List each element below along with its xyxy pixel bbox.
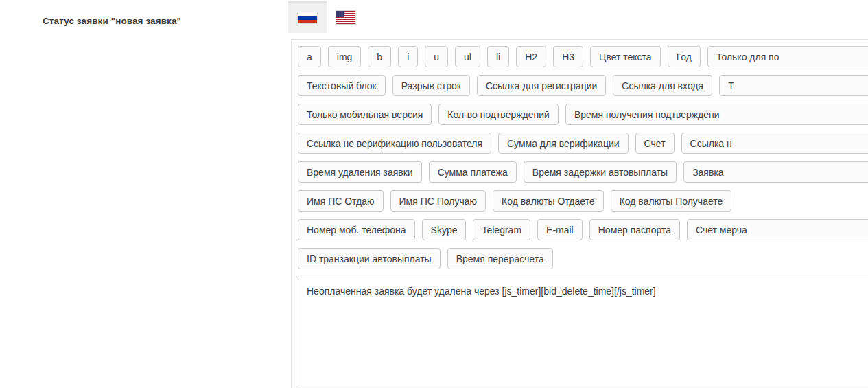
tag-button-row: Только мобильная версия Кол-во подтвержд… bbox=[298, 104, 868, 125]
tag-button[interactable]: Имя ПС Получаю bbox=[390, 190, 486, 212]
tag-button[interactable]: Цвет текста bbox=[590, 46, 661, 67]
tab-language-russian[interactable] bbox=[288, 1, 327, 33]
tag-button[interactable]: H2 bbox=[516, 46, 546, 67]
tag-button-row: Номер моб. телефона Skype Telegram E-mai… bbox=[298, 219, 868, 240]
tag-button[interactable]: Skype bbox=[422, 219, 467, 240]
tag-button[interactable]: Ссылка не верификацию пользователя bbox=[298, 133, 491, 154]
tag-button[interactable]: Разрыв строк bbox=[392, 75, 470, 96]
tag-button[interactable]: Сумма для верификации bbox=[498, 133, 629, 154]
tag-button[interactable]: i bbox=[398, 46, 418, 67]
language-tabs bbox=[288, 1, 365, 33]
tag-button[interactable]: Время перерасчета bbox=[447, 248, 553, 269]
tag-button-row: ID транзакции автовыплаты Время перерасч… bbox=[298, 248, 868, 269]
tag-button[interactable]: Время удаления заявки bbox=[298, 161, 422, 183]
tag-button-row: Имя ПС Отдаю Имя ПС Получаю Код валюты О… bbox=[298, 190, 868, 212]
tag-button[interactable]: Время задержки автовыплаты bbox=[524, 161, 677, 183]
tag-button[interactable]: Ссылка для входа bbox=[613, 75, 712, 96]
tag-button[interactable]: Ссылка для регистрации bbox=[477, 75, 606, 96]
tag-button[interactable]: a bbox=[298, 46, 321, 67]
tag-button[interactable]: Время получения подтверждени bbox=[565, 104, 868, 125]
tag-button[interactable]: Имя ПС Отдаю bbox=[298, 190, 384, 212]
tag-button[interactable]: Ссылка н bbox=[681, 133, 868, 154]
tag-button-row: Ссылка не верификацию пользователя Сумма… bbox=[298, 133, 868, 154]
usa-flag-icon bbox=[336, 11, 355, 24]
tag-button[interactable]: Номер паспорта bbox=[589, 219, 680, 240]
tag-button[interactable]: Только мобильная версия bbox=[298, 104, 432, 125]
tag-button[interactable]: H3 bbox=[553, 46, 583, 67]
tag-button[interactable]: Счет мерча bbox=[687, 219, 868, 240]
tag-button[interactable]: Заявка bbox=[683, 161, 868, 183]
tag-button[interactable]: Сумма платежа bbox=[429, 161, 517, 183]
tag-button[interactable]: img bbox=[328, 46, 362, 67]
tag-button[interactable]: Код валюты Получаете bbox=[611, 190, 732, 212]
tag-button[interactable]: Номер моб. телефона bbox=[298, 219, 415, 240]
tag-button[interactable]: E-mail bbox=[537, 219, 583, 240]
tag-button[interactable]: ID транзакции автовыплаты bbox=[298, 248, 441, 269]
tag-button-row: Текстовый блок Разрыв строк Ссылка для р… bbox=[298, 75, 868, 96]
tag-button[interactable]: b bbox=[368, 46, 391, 67]
template-text-input[interactable]: Неоплаченная заявка будет удалена через … bbox=[298, 277, 868, 385]
tag-button-row: a img b i u ul li H2 H3 Цвет текста Год … bbox=[298, 46, 868, 67]
tag-button[interactable]: Т bbox=[719, 75, 868, 96]
tab-language-english[interactable] bbox=[327, 1, 365, 33]
template-tag-panel: a img b i u ul li H2 H3 Цвет текста Год … bbox=[291, 39, 868, 388]
tag-button[interactable]: Кол-во подтверждений bbox=[438, 104, 559, 125]
tag-button[interactable]: ul bbox=[455, 46, 480, 67]
tag-button[interactable]: Код валюты Отдаете bbox=[493, 190, 604, 212]
field-label: Статус заявки "новая заявка" bbox=[43, 16, 181, 26]
tag-button[interactable]: Telegram bbox=[473, 219, 530, 240]
tag-button[interactable]: Текстовый блок bbox=[298, 75, 386, 96]
tag-button[interactable]: Только для по bbox=[707, 46, 868, 67]
tag-button[interactable]: Год bbox=[668, 46, 701, 67]
tag-button[interactable]: Счет bbox=[635, 133, 675, 154]
tag-button-row: Время удаления заявки Сумма платежа Врем… bbox=[298, 161, 868, 183]
russia-flag-icon bbox=[298, 12, 317, 23]
tag-button[interactable]: u bbox=[425, 46, 448, 67]
status-template-form: Статус заявки "новая заявка" a img b i u… bbox=[0, 0, 868, 388]
tag-button[interactable]: li bbox=[487, 46, 509, 67]
